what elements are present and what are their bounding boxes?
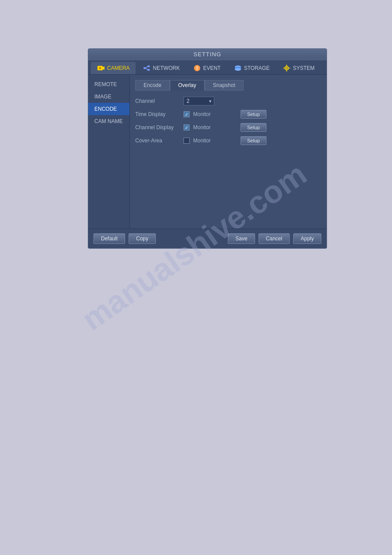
time-display-control: Monitor Setup	[183, 110, 321, 119]
channel-display-monitor-label: Monitor	[193, 124, 211, 131]
svg-line-6	[146, 66, 147, 68]
channel-display-row: Channel Display Monitor Setup	[135, 123, 321, 132]
cover-area-monitor-label: Monitor	[193, 138, 211, 144]
nav-item-storage[interactable]: STORAGE	[228, 62, 276, 74]
nav-bar: CAMERA NETWORK ! E	[88, 60, 327, 75]
cover-area-control: Monitor Setup	[183, 136, 321, 145]
tab-bar: Encode Overlay Snapshot	[135, 80, 321, 91]
bottom-bar: Default Copy Save Cancel Apply	[88, 229, 327, 248]
window-title: SETTING	[194, 51, 221, 58]
bottom-left: Default Copy	[94, 233, 156, 244]
time-display-monitor-label: Monitor	[193, 111, 211, 117]
channel-select[interactable]: 2 1 3 4	[183, 97, 214, 105]
channel-label: Channel	[135, 98, 183, 104]
svg-text:!: !	[196, 66, 198, 71]
storage-icon	[234, 64, 242, 72]
nav-label-camera: CAMERA	[107, 65, 129, 71]
setting-window: SETTING CAMERA	[88, 48, 327, 249]
time-display-label: Time Display	[135, 111, 183, 117]
cover-area-setup-button[interactable]: Setup	[241, 136, 266, 145]
cover-area-checkbox[interactable]	[183, 138, 190, 144]
channel-display-checkbox[interactable]	[183, 124, 190, 131]
time-display-setup-button[interactable]: Setup	[241, 110, 266, 119]
sidebar-item-image[interactable]: IMAGE	[88, 91, 129, 103]
svg-marker-1	[103, 66, 104, 70]
cover-area-label: Cover-Area	[135, 138, 183, 144]
sidebar: REMOTE IMAGE ENCODE CAM NAME	[88, 75, 130, 229]
nav-item-network[interactable]: NETWORK	[137, 62, 186, 74]
svg-point-12	[235, 68, 241, 71]
svg-rect-3	[144, 67, 146, 69]
nav-label-network: NETWORK	[153, 65, 180, 71]
svg-point-2	[99, 67, 101, 69]
channel-select-wrapper: 2 1 3 4 ▼	[183, 97, 214, 105]
nav-item-system[interactable]: SYSTEM	[277, 62, 320, 74]
nav-item-event[interactable]: ! EVENT	[187, 62, 227, 74]
network-icon	[143, 64, 151, 72]
system-icon	[283, 64, 291, 72]
svg-rect-5	[147, 69, 150, 71]
svg-point-14	[286, 67, 288, 69]
time-display-checkbox[interactable]	[183, 111, 190, 117]
tab-encode[interactable]: Encode	[135, 80, 170, 91]
nav-label-storage: STORAGE	[244, 65, 270, 71]
event-icon: !	[193, 64, 201, 72]
tab-overlay[interactable]: Overlay	[170, 80, 205, 91]
sidebar-item-remote[interactable]: REMOTE	[88, 78, 129, 91]
nav-label-event: EVENT	[203, 65, 221, 71]
svg-rect-4	[147, 65, 150, 67]
nav-item-camera[interactable]: CAMERA	[91, 62, 136, 74]
copy-button[interactable]: Copy	[129, 233, 156, 244]
default-button[interactable]: Default	[94, 233, 125, 244]
channel-display-setup-button[interactable]: Setup	[241, 123, 266, 132]
sidebar-item-encode[interactable]: ENCODE	[88, 103, 129, 115]
channel-display-control: Monitor Setup	[183, 123, 321, 132]
channel-display-label: Channel Display	[135, 124, 183, 131]
svg-line-7	[146, 68, 147, 70]
channel-row: Channel 2 1 3 4 ▼	[135, 97, 321, 105]
save-button[interactable]: Save	[228, 233, 255, 244]
cover-area-row: Cover-Area Monitor Setup	[135, 136, 321, 145]
cancel-button[interactable]: Cancel	[259, 233, 290, 244]
main-panel: Encode Overlay Snapshot Channel 2 1 3 4	[130, 75, 327, 229]
camera-icon	[97, 64, 105, 72]
nav-label-system: SYSTEM	[293, 65, 314, 71]
sidebar-item-cam-name[interactable]: CAM NAME	[88, 115, 129, 127]
title-bar: SETTING	[88, 49, 327, 60]
channel-control: 2 1 3 4 ▼	[183, 97, 321, 105]
content-area: REMOTE IMAGE ENCODE CAM NAME Encode Over…	[88, 75, 327, 229]
bottom-right: Save Cancel Apply	[228, 233, 321, 244]
tab-snapshot[interactable]: Snapshot	[205, 80, 244, 91]
apply-button[interactable]: Apply	[293, 233, 321, 244]
time-display-row: Time Display Monitor Setup	[135, 110, 321, 119]
